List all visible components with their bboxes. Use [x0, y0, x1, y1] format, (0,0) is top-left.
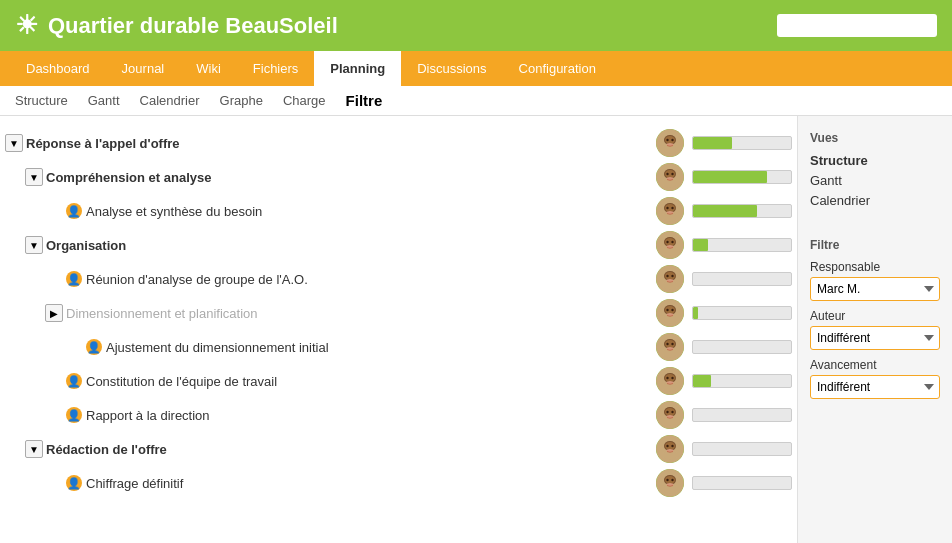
task-label: Analyse et synthèse du besoin — [86, 204, 646, 219]
progress-cell — [692, 306, 792, 320]
avatar — [656, 197, 684, 225]
progress-bar-bg — [692, 306, 792, 320]
task-person-icon: 👤 — [66, 407, 82, 423]
svg-point-11 — [671, 173, 673, 175]
nav-item-fichiers[interactable]: Fichiers — [237, 51, 315, 86]
sub-nav-item-graphe[interactable]: Graphe — [220, 93, 263, 108]
svg-point-66 — [666, 445, 668, 447]
expand-button[interactable]: ▶ — [45, 304, 63, 322]
avatar — [656, 367, 684, 395]
sidebar-link-gantt[interactable]: Gantt — [810, 173, 940, 188]
svg-point-45 — [666, 343, 668, 345]
sub-nav-item-structure[interactable]: Structure — [15, 93, 68, 108]
avatar — [656, 299, 684, 327]
svg-point-17 — [666, 207, 668, 209]
progress-cell — [692, 476, 792, 490]
svg-point-46 — [671, 343, 673, 345]
progress-bar-bg — [692, 442, 792, 456]
progress-cell — [692, 170, 792, 184]
progress-cell — [692, 408, 792, 422]
task-row: 👤Réunion d'analyse de groupe de l'A.O. — [0, 262, 797, 296]
avancement-select[interactable]: Indifférent — [810, 375, 940, 399]
task-label: Dimensionnement et planification — [66, 306, 646, 321]
avatar — [656, 333, 684, 361]
svg-point-39 — [671, 309, 673, 311]
main-layout: ▼Réponse à l'appel d'offre ▼Compréhensio… — [0, 116, 952, 543]
progress-cell — [692, 136, 792, 150]
task-row: 👤Constitution de l'équipe de travail — [0, 364, 797, 398]
avatar — [656, 401, 684, 429]
svg-point-31 — [666, 275, 668, 277]
svg-point-73 — [666, 479, 668, 481]
responsable-label: Responsable — [810, 260, 940, 274]
task-label: Compréhension et analyse — [46, 170, 646, 185]
auteur-label: Auteur — [810, 309, 940, 323]
task-label: Réunion d'analyse de groupe de l'A.O. — [86, 272, 646, 287]
nav-item-discussions[interactable]: Discussions — [401, 51, 502, 86]
avatar — [656, 129, 684, 157]
task-row: ▼Rédaction de l'offre — [0, 432, 797, 466]
svg-point-53 — [671, 377, 673, 379]
sub-nav-item-calendrier[interactable]: Calendrier — [140, 93, 200, 108]
svg-point-32 — [671, 275, 673, 277]
task-person-icon: 👤 — [66, 475, 82, 491]
progress-cell — [692, 238, 792, 252]
sub-nav-item-charge[interactable]: Charge — [283, 93, 326, 108]
progress-bar-fill — [693, 239, 708, 251]
responsable-select[interactable]: Marc M. Indifférent — [810, 277, 940, 301]
task-person-icon: 👤 — [66, 271, 82, 287]
task-label: Rapport à la direction — [86, 408, 646, 423]
task-person-icon: 👤 — [86, 339, 102, 355]
svg-point-38 — [666, 309, 668, 311]
expand-button[interactable]: ▼ — [5, 134, 23, 152]
avancement-label: Avancement — [810, 358, 940, 372]
progress-bar-bg — [692, 136, 792, 150]
search-input[interactable] — [777, 14, 937, 37]
svg-point-3 — [666, 139, 668, 141]
progress-bar-fill — [693, 171, 767, 183]
task-label: Constitution de l'équipe de travail — [86, 374, 646, 389]
svg-point-74 — [671, 479, 673, 481]
task-row: ▼Réponse à l'appel d'offre — [0, 126, 797, 160]
task-label: Réponse à l'appel d'offre — [26, 136, 646, 151]
sub-nav-item-filtre[interactable]: Filtre — [346, 92, 383, 109]
progress-bar-bg — [692, 170, 792, 184]
auteur-select[interactable]: Indifférent — [810, 326, 940, 350]
vues-title: Vues — [810, 131, 940, 145]
progress-bar-bg — [692, 374, 792, 388]
sidebar-link-calendrier[interactable]: Calendrier — [810, 193, 940, 208]
svg-point-4 — [671, 139, 673, 141]
app-title: ☀ Quartier durable BeauSoleil — [15, 10, 338, 41]
progress-bar-fill — [693, 205, 757, 217]
task-row: 👤Analyse et synthèse du besoin — [0, 194, 797, 228]
expand-button[interactable]: ▼ — [25, 236, 43, 254]
progress-bar-bg — [692, 204, 792, 218]
progress-bar-bg — [692, 272, 792, 286]
progress-bar-fill — [693, 375, 711, 387]
avatar — [656, 435, 684, 463]
task-label: Chiffrage définitif — [86, 476, 646, 491]
task-row: 👤Rapport à la direction — [0, 398, 797, 432]
sub-nav: StructureGanttCalendrierGrapheChargeFilt… — [0, 86, 952, 116]
nav-item-planning[interactable]: Planning — [314, 51, 401, 86]
progress-bar-bg — [692, 476, 792, 490]
nav-item-journal[interactable]: Journal — [106, 51, 181, 86]
task-person-icon: 👤 — [66, 373, 82, 389]
header: ☀ Quartier durable BeauSoleil — [0, 0, 952, 51]
sidebar-link-structure[interactable]: Structure — [810, 153, 940, 168]
sub-nav-item-gantt[interactable]: Gantt — [88, 93, 120, 108]
avatar — [656, 265, 684, 293]
svg-point-67 — [671, 445, 673, 447]
progress-bar-fill — [693, 137, 732, 149]
expand-button[interactable]: ▼ — [25, 168, 43, 186]
svg-point-52 — [666, 377, 668, 379]
expand-button[interactable]: ▼ — [25, 440, 43, 458]
filtre-title: Filtre — [810, 238, 940, 252]
nav-item-wiki[interactable]: Wiki — [180, 51, 237, 86]
progress-bar-bg — [692, 408, 792, 422]
nav-item-dashboard[interactable]: Dashboard — [10, 51, 106, 86]
nav-item-configuration[interactable]: Configuration — [503, 51, 612, 86]
task-row: ▼Compréhension et analyse — [0, 160, 797, 194]
task-list: ▼Réponse à l'appel d'offre ▼Compréhensio… — [0, 116, 797, 543]
sidebar: Vues Structure Gantt Calendrier Filtre R… — [797, 116, 952, 543]
